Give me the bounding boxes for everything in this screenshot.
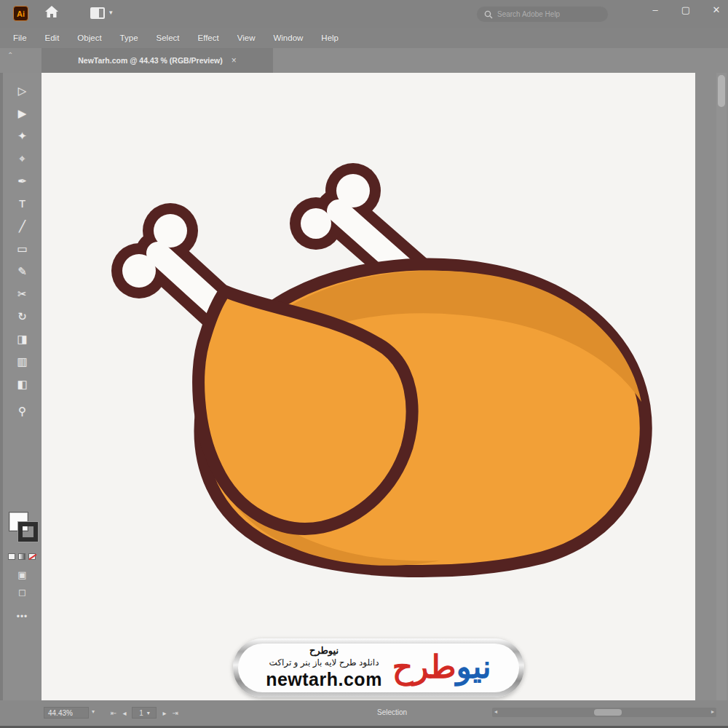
illustrator-app-icon: Ai [13, 6, 28, 21]
pen-tool-icon[interactable]: ✒ [3, 172, 41, 191]
artwork-turkey[interactable] [41, 73, 695, 700]
workspace-caret-icon[interactable]: ▾ [109, 9, 113, 16]
maximize-button[interactable]: ▢ [678, 4, 693, 15]
menu-bar: File Edit Object Type Select Effect View… [0, 28, 728, 48]
artboard-canvas[interactable] [41, 73, 695, 700]
scroll-left-icon[interactable]: ◂ [494, 708, 497, 715]
rectangle-tool-icon[interactable]: ▭ [3, 240, 41, 258]
turkey-bone-left[interactable] [111, 203, 225, 314]
search-icon [484, 10, 493, 19]
paint-style-buttons [8, 553, 36, 560]
artboard-caret-icon: ▾ [147, 710, 150, 716]
edit-toolbar-button[interactable]: ••• [3, 612, 41, 622]
fill-stroke-swatches [7, 512, 41, 548]
menu-window[interactable]: Window [273, 33, 303, 42]
first-artboard-icon[interactable]: ⇤ [111, 709, 116, 717]
direct-selection-tool-icon[interactable]: ▷ [3, 82, 41, 100]
menu-effect[interactable]: Effect [198, 33, 219, 42]
menu-view[interactable]: View [237, 33, 256, 42]
menu-edit[interactable]: Edit [45, 33, 60, 42]
artboard-number-value: 1 [139, 709, 143, 717]
home-icon[interactable] [45, 6, 58, 17]
vertical-scrollbar[interactable] [716, 73, 727, 700]
zoom-level-value: 44.43% [48, 709, 73, 717]
gradient-paint-button[interactable] [18, 553, 25, 560]
title-bar: Ai ▾ Search Adobe Help – ▢ ✕ [0, 0, 728, 28]
status-indicator-label: Selection [377, 708, 407, 716]
watermark-text-block: نیوطرح دانلود طرح لایه باز بنر و تراکت n… [266, 645, 382, 691]
gradient-tool-icon[interactable]: ◧ [3, 375, 41, 394]
line-segment-tool-icon[interactable]: ╱ [3, 217, 41, 236]
watermark-site-url: newtarh.com [266, 668, 382, 691]
scroll-right-icon[interactable]: ▸ [711, 708, 714, 715]
document-tab-title: NewTarh.com @ 44.43 % (RGB/Preview) [78, 56, 223, 65]
previous-artboard-icon[interactable]: ◂ [122, 709, 126, 717]
zoom-caret-icon[interactable]: ▾ [92, 708, 95, 715]
artboard-navigation: ⇤ ◂ 1 ▾ ▸ ⇥ [111, 707, 178, 719]
search-input[interactable]: Search Adobe Help [477, 7, 608, 22]
document-tab-strip: ⌃ NewTarh.com @ 44.43 % (RGB/Preview) × [0, 48, 728, 73]
shape-builder-tool-icon[interactable]: ◨ [3, 330, 41, 349]
mesh-tool-icon[interactable]: ▥ [3, 352, 41, 371]
close-button[interactable]: ✕ [709, 4, 724, 15]
search-placeholder: Search Adobe Help [497, 10, 560, 18]
tabstrip-chevron-icon[interactable]: ⌃ [7, 51, 13, 59]
pencil-tool-icon[interactable]: ✎ [3, 262, 41, 281]
next-artboard-icon[interactable]: ▸ [162, 709, 166, 717]
screen-mode-icon[interactable]: ◻ [3, 587, 41, 598]
newtarh-watermark: نیوطرح دانلود طرح لایه باز بنر و تراکت n… [233, 638, 524, 697]
color-paint-button[interactable] [8, 553, 15, 560]
rotate-tool-icon[interactable]: ↻ [3, 307, 41, 326]
last-artboard-icon[interactable]: ⇥ [172, 709, 178, 717]
stroke-color-swatch[interactable] [18, 522, 38, 542]
menu-object[interactable]: Object [77, 33, 101, 42]
menu-type[interactable]: Type [120, 33, 138, 42]
document-tab[interactable]: NewTarh.com @ 44.43 % (RGB/Preview) × [41, 48, 273, 73]
selection-tool-icon[interactable]: ▶ [3, 104, 41, 123]
watermark-tagline-fa: دانلود طرح لایه باز بنر و تراکت [266, 657, 382, 668]
lasso-tool-icon[interactable]: ⌖ [3, 149, 41, 168]
menu-file[interactable]: File [13, 33, 27, 42]
newtarh-logo: نیوطرح [392, 651, 491, 683]
artboard-number-field[interactable]: 1 ▾ [132, 707, 157, 719]
logo-part-blue: نیو [456, 649, 491, 684]
zoom-level-field[interactable]: 44.43% [44, 707, 89, 719]
logo-part-red: طرح [392, 649, 456, 684]
menu-select[interactable]: Select [157, 33, 180, 42]
tab-close-icon[interactable]: × [232, 55, 237, 66]
magic-wand-tool-icon[interactable]: ✦ [3, 127, 41, 146]
workspace-switcher-icon[interactable] [90, 7, 105, 19]
watermark-site-title-fa: نیوطرح [266, 645, 382, 657]
zoom-tool-icon[interactable]: ⚲ [3, 402, 41, 421]
type-tool-icon[interactable]: T [3, 194, 41, 213]
tools-panel: ▷ ▶ ✦ ⌖ ✒ T ╱ ▭ ✎ ✂ ↻ ◨ ▥ ◧ ⚲ ▣ ◻ ••• [0, 73, 41, 700]
menu-help[interactable]: Help [321, 33, 339, 42]
horizontal-scrollbar-thumb[interactable] [594, 709, 622, 716]
horizontal-scrollbar[interactable]: ◂ ▸ [492, 708, 716, 717]
scissors-tool-icon[interactable]: ✂ [3, 285, 41, 304]
vertical-scrollbar-thumb[interactable] [718, 75, 725, 107]
none-paint-button[interactable] [28, 553, 36, 560]
minimize-button[interactable]: – [648, 4, 662, 15]
drawing-mode-icon[interactable]: ▣ [3, 569, 41, 580]
